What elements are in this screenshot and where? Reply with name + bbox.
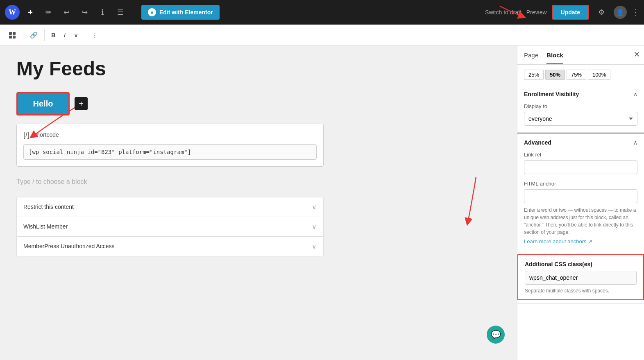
undo-button[interactable]: ↩ [59,5,74,20]
more-options-button[interactable]: ⋮ [632,8,639,17]
type-to-choose-block[interactable]: Type / to choose a block [16,175,501,189]
restrict-content-panel[interactable]: Restrict this content ∨ [16,197,324,217]
redo-button[interactable]: ↪ [77,5,92,20]
link-rel-input[interactable] [524,160,637,174]
shortcode-block: [/] Shortcode [16,124,324,167]
enrollment-chevron-icon: ∧ [633,91,637,97]
css-classes-section: Additional CSS class(es) Separate multip… [517,254,644,300]
css-classes-input[interactable] [525,271,637,285]
toolbar-divider-3 [85,29,85,41]
bottom-panels: Restrict this content ∨ WishList Member … [16,197,324,256]
hello-button[interactable]: Hello [16,92,70,115]
chat-icon[interactable]: 💬 [487,326,505,344]
italic-button[interactable]: I [61,29,69,41]
block-type-button[interactable] [5,29,20,42]
editor-area: My Feeds Hello + [/] Shortcode Type / to… [0,46,517,360]
restrict-content-label: Restrict this content [23,204,74,210]
block-more-button[interactable]: ⋮ [88,29,101,41]
learn-more-anchors-link[interactable]: Learn more about anchors ↗ [524,238,637,245]
toolbar-divider-2 [44,29,45,41]
zoom-75[interactable]: 75% [567,70,586,80]
update-button[interactable]: Update [552,5,589,20]
top-bar-right: Switch to draft Preview Update ⚙ 👤 ⋮ [485,5,639,20]
enrollment-field: Display to everyone logged in logged out [517,103,644,132]
html-anchor-label: HTML anchor [524,181,637,187]
svg-rect-1 [13,32,16,35]
bold-button[interactable]: B [48,29,59,41]
zoom-options: 25% 50% 75% 100% [517,65,644,85]
toolbar-divider [133,7,133,18]
wishlist-member-panel[interactable]: WishList Member ∨ [16,217,324,236]
memberpress-chevron-icon: ∨ [312,242,317,250]
enrollment-section: Enrollment Visibility ∧ Display to every… [517,85,644,133]
display-to-label: Display to [524,103,637,109]
more-formatting-button[interactable]: ∨ [70,29,82,41]
list-view-button[interactable]: ☰ [113,5,128,20]
restrict-chevron-icon: ∨ [312,203,317,211]
css-classes-hint: Separate multiple classes with spaces. [525,288,637,294]
link-button[interactable]: 🔗 [27,29,41,41]
tab-block[interactable]: Block [546,52,563,64]
learn-more-label: Learn more about anchors [524,238,586,245]
sidebar-tabs: Page Block [517,46,644,65]
sidebar-close-button[interactable]: ✕ [634,50,640,59]
link-rel-label: Link rel [524,152,637,158]
main-layout: My Feeds Hello + [/] Shortcode Type / to… [0,46,644,360]
advanced-title: Advanced [524,139,551,146]
tab-page[interactable]: Page [524,52,538,64]
zoom-50[interactable]: 50% [545,70,565,80]
hello-block-wrapper: Hello + [16,92,501,115]
shortcode-icon: [/] [23,131,29,139]
switch-draft-button[interactable]: Switch to draft [485,9,522,16]
shortcode-label: Shortcode [33,131,59,138]
advanced-section: Advanced ∧ Link rel HTML anchor Enter a … [517,133,644,304]
css-classes-label: Additional CSS class(es) [525,261,637,267]
toolbar-divider-1 [23,29,23,41]
enrollment-title: Enrollment Visibility [524,91,579,97]
advanced-section-header[interactable]: Advanced ∧ [517,134,644,152]
svg-rect-0 [9,32,12,35]
user-avatar[interactable]: 👤 [614,6,627,19]
enrollment-section-header[interactable]: Enrollment Visibility ∧ [517,85,644,103]
memberpress-label: MemberPress Unauthorized Access [23,243,115,249]
add-after-button[interactable]: + [75,97,88,110]
page-title: My Feeds [16,58,501,80]
settings-button[interactable]: ⚙ [594,5,609,20]
advanced-chevron-icon: ∧ [633,139,637,146]
svg-rect-3 [13,36,16,38]
preview-button[interactable]: Preview [526,9,547,16]
write-icon[interactable]: ✏ [41,5,56,20]
link-rel-field: Link rel [517,152,644,181]
zoom-100[interactable]: 100% [588,70,610,80]
top-bar: W + ✏ ↩ ↪ ℹ ☰ e Edit with Elementor Swit… [0,0,644,25]
anchor-hint: Enter a word or two — without spaces — t… [524,206,637,236]
wishlist-label: WishList Member [23,223,68,230]
html-anchor-input[interactable] [524,189,637,203]
elementor-icon: e [148,8,156,16]
html-anchor-field: HTML anchor Enter a word or two — withou… [517,181,644,251]
zoom-25[interactable]: 25% [524,70,544,80]
add-block-toolbar-button[interactable]: + [23,5,38,20]
display-to-select[interactable]: everyone logged in logged out [524,112,637,126]
edit-elementor-label: Edit with Elementor [159,9,213,16]
shortcode-input[interactable] [23,144,317,160]
external-link-icon: ↗ [588,238,592,245]
editor-toolbar: 🔗 B I ∨ ⋮ [0,25,644,46]
wishlist-chevron-icon: ∨ [312,223,317,231]
svg-rect-2 [9,36,12,38]
shortcode-header: [/] Shortcode [23,131,317,139]
info-button[interactable]: ℹ [95,5,110,20]
memberpress-panel[interactable]: MemberPress Unauthorized Access ∨ [16,236,324,256]
wp-logo-icon[interactable]: W [5,5,20,20]
edit-elementor-button[interactable]: e Edit with Elementor [141,5,220,20]
block-type-icon [8,31,16,39]
sidebar: ✕ Page Block 25% 50% 75% 100% Enrollment… [517,46,644,360]
